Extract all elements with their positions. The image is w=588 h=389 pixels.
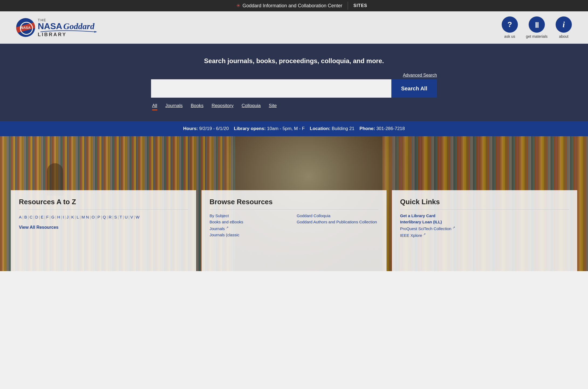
alpha-w[interactable]: W: [136, 213, 139, 221]
quick-links-card: Quick Links Get a Library Card Interlibr…: [392, 190, 577, 271]
search-bar: Search All: [151, 79, 437, 98]
info-icon: i: [556, 16, 572, 33]
search-tagline: Search journals, books, proceedings, col…: [16, 57, 572, 65]
header-icons: ? ask us ||| get materials i about: [502, 16, 572, 39]
cards-container: Resources A to Z A| B| C| D| E| F| G| H|…: [0, 190, 588, 271]
browse-col-right: Goddard Colloquia Goddard Authors and Pu…: [297, 213, 378, 239]
top-bar-star: ✳: [236, 3, 240, 9]
alpha-i[interactable]: I: [63, 213, 64, 221]
search-all-button[interactable]: Search All: [391, 79, 437, 98]
tab-site[interactable]: Site: [269, 103, 277, 110]
header: NASA THE NASA Goddard LIBRARY ? ask us |…: [0, 11, 588, 44]
phone-label: Phone:: [360, 126, 375, 131]
alpha-c[interactable]: C: [30, 213, 33, 221]
browse-by-subject[interactable]: By Subject: [210, 213, 291, 218]
resources-az-card: Resources A to Z A| B| C| D| E| F| G| H|…: [11, 190, 196, 271]
alpha-k[interactable]: K: [71, 213, 74, 221]
browse-journals-classic[interactable]: Journals (classic: [210, 233, 291, 237]
nasa-logo: NASA: [16, 18, 35, 37]
quick-links-title: Quick Links: [400, 198, 569, 210]
resources-az-title: Resources A to Z: [19, 198, 188, 210]
alpha-r[interactable]: R: [109, 213, 112, 221]
quick-links-list: Get a Library Card Interlibrary Loan (IL…: [400, 213, 569, 238]
top-bar-divider: [348, 2, 348, 10]
opens-label: Library opens:: [234, 126, 266, 131]
browse-resources-card: Browse Resources By Subject Books and eB…: [201, 190, 387, 271]
browse-authors[interactable]: Goddard Authors and Publications Collect…: [297, 220, 378, 224]
browse-resources-title: Browse Resources: [210, 198, 379, 210]
top-bar: ✳ Goddard Information and Collaboration …: [0, 0, 588, 11]
svg-marker-0: [94, 31, 97, 33]
browse-cols: By Subject Books and eBooks Journals ↗ J…: [210, 213, 379, 239]
quicklink-library-card[interactable]: Get a Library Card: [400, 213, 569, 218]
about-label: about: [559, 34, 568, 39]
swoosh-icon: [38, 30, 97, 33]
advanced-search-anchor[interactable]: Advanced Search: [403, 73, 437, 78]
alpha-n[interactable]: N: [86, 213, 89, 221]
search-tabs: All Journals Books Repository Colloquia …: [151, 103, 437, 110]
header-logo: NASA THE NASA Goddard LIBRARY: [16, 18, 97, 37]
get-materials-icon: |||: [529, 16, 545, 33]
ext-icon-proquest: ↗: [453, 226, 455, 229]
alpha-m[interactable]: M: [81, 213, 85, 221]
alpha-p[interactable]: P: [97, 213, 100, 221]
location-label: Location:: [310, 126, 331, 131]
alpha-f[interactable]: F: [46, 213, 49, 221]
alpha-v[interactable]: V: [130, 213, 133, 221]
alpha-b[interactable]: B: [24, 213, 27, 221]
alpha-j[interactable]: J: [67, 213, 69, 221]
quicklink-proquest[interactable]: ProQuest SciTech Collection ↗: [400, 226, 569, 231]
header-wordmark: THE NASA Goddard LIBRARY: [38, 18, 97, 37]
ext-icon-journals: ↗: [226, 226, 228, 229]
quicklink-ill[interactable]: Interlibrary Loan (ILL): [400, 220, 569, 224]
alpha-d[interactable]: D: [35, 213, 38, 221]
alpha-h[interactable]: H: [57, 213, 60, 221]
browse-col-left: By Subject Books and eBooks Journals ↗ J…: [210, 213, 291, 239]
alpha-u[interactable]: U: [125, 213, 128, 221]
search-input[interactable]: [151, 79, 391, 98]
tab-journals[interactable]: Journals: [165, 103, 183, 110]
alpha-q[interactable]: Q: [103, 213, 106, 221]
browse-books-ebooks[interactable]: Books and eBooks: [210, 220, 291, 224]
hours-label: Hours:: [183, 126, 198, 131]
ext-icon-ieee: ↗: [423, 233, 426, 236]
library-photo-section: Resources A to Z A| B| C| D| E| F| G| H|…: [0, 136, 588, 271]
top-bar-center: ✳ Goddard Information and Collaboration …: [236, 2, 367, 10]
ask-us-button[interactable]: ? ask us: [502, 16, 518, 39]
alpha-l[interactable]: L: [77, 213, 79, 221]
alpha-o[interactable]: O: [92, 213, 95, 221]
info-bar: Hours: 9/2/19 - 6/1/20 Library opens: 10…: [0, 121, 588, 136]
quicklink-ieee[interactable]: IEEE Xplore ↗: [400, 233, 569, 238]
alpha-e[interactable]: E: [41, 213, 43, 221]
sites-button[interactable]: SITES: [353, 3, 367, 8]
alpha-a[interactable]: A: [19, 213, 22, 221]
question-mark-icon: ?: [502, 16, 518, 33]
alpha-s[interactable]: S: [114, 213, 117, 221]
advanced-search-link[interactable]: Advanced Search: [151, 73, 437, 78]
tab-books[interactable]: Books: [191, 103, 203, 110]
tab-all[interactable]: All: [152, 103, 157, 110]
search-section: Search journals, books, proceedings, col…: [0, 44, 588, 121]
browse-journals[interactable]: Journals ↗: [210, 226, 291, 231]
ask-us-label: ask us: [504, 34, 515, 39]
tab-repository[interactable]: Repository: [211, 103, 233, 110]
browse-colloquia[interactable]: Goddard Colloquia: [297, 213, 378, 218]
alpha-t[interactable]: T: [119, 213, 122, 221]
alpha-g[interactable]: G: [51, 213, 54, 221]
get-materials-label: get materials: [526, 34, 548, 39]
get-materials-button[interactable]: ||| get materials: [526, 16, 548, 39]
view-all-resources-link[interactable]: View All Resources: [19, 225, 59, 230]
about-button[interactable]: i about: [556, 16, 572, 39]
alphabet-list: A| B| C| D| E| F| G| H| I| J| K| L| M N|…: [19, 213, 188, 221]
tab-colloquia[interactable]: Colloquia: [242, 103, 261, 110]
top-bar-title: Goddard Information and Collaboration Ce…: [242, 3, 342, 9]
